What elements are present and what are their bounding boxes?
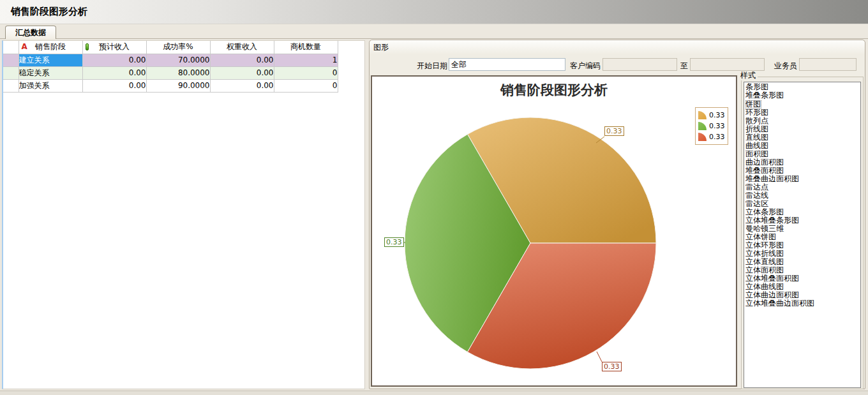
page-title: 销售阶段图形分析 [11, 6, 87, 18]
to-label: 至 [674, 61, 688, 71]
graph-panel: 图形 开始日期 客户编码 至 业务员 销售阶段图形分析 0.33 0.33 0.… [369, 40, 865, 389]
legend-swatch-icon [698, 111, 707, 119]
table-row[interactable]: 加强关系 0.00 90.0000 0.00 0 [3, 79, 338, 92]
legend-entry: 0.33 [698, 110, 725, 121]
list-item[interactable]: 立体堆叠曲边面积图 [745, 299, 860, 308]
cell-stage[interactable]: 稳定关系 [19, 66, 82, 79]
salesperson-label: 业务员 [770, 61, 797, 71]
table-header-row: A 销售阶段 预计收入 成功率% 权重收入 商机数量 [3, 41, 338, 54]
legend-entry: 0.33 [698, 121, 725, 131]
green-bar-icon [86, 43, 89, 50]
style-group-label: 样式 [738, 71, 758, 80]
summary-grid-panel: A 销售阶段 预计收入 成功率% 权重收入 商机数量 [2, 40, 365, 389]
legend-label: 0.33 [709, 133, 725, 141]
cell-success-rate[interactable]: 80.0000 [146, 66, 210, 79]
cell-weighted-income[interactable]: 0.00 [210, 66, 274, 79]
customer-code-input[interactable] [602, 58, 677, 71]
row-selector-header [3, 41, 19, 54]
customer-code-label: 客户编码 [564, 61, 601, 71]
cell-weighted-income[interactable]: 0.00 [210, 79, 274, 92]
tab-strip: 汇总数据 [0, 24, 868, 39]
row-selector-cell[interactable] [3, 66, 19, 79]
cell-opportunity-count[interactable]: 0 [274, 79, 338, 92]
cell-expected-income[interactable]: 0.00 [82, 66, 146, 79]
column-header-opportunity-count[interactable]: 商机数量 [274, 41, 338, 54]
style-list: 条形图堆叠条形图饼图环形图散列点折线图直线图曲线图面积图曲边面积图堆叠面积图堆叠… [744, 82, 861, 388]
column-header-weighted-income[interactable]: 权重收入 [210, 41, 274, 54]
red-a-icon: A [22, 43, 27, 51]
list-item[interactable]: 堆叠条形图 [745, 91, 860, 100]
page-title-bar: 销售阶段图形分析 [0, 0, 868, 24]
chart-legend: 0.33 0.33 0.33 [695, 107, 728, 145]
cell-stage[interactable]: 加强关系 [19, 79, 82, 92]
callout-leader-line [597, 352, 602, 362]
salesperson-input[interactable] [799, 58, 857, 71]
legend-swatch-icon [698, 133, 707, 141]
start-date-input[interactable] [449, 58, 565, 71]
column-header-stage[interactable]: A 销售阶段 [19, 41, 82, 54]
legend-label: 0.33 [709, 122, 725, 130]
legend-entry: 0.33 [698, 131, 725, 142]
table-row[interactable]: 建立关系 0.00 70.0000 0.00 1 [3, 54, 338, 66]
graph-panel-title: 图形 [373, 43, 389, 52]
legend-swatch-icon [698, 122, 707, 130]
customer-code-to-input[interactable] [690, 58, 765, 71]
chart-title: 销售阶段图形分析 [372, 81, 736, 99]
pie-chart [372, 77, 736, 385]
tab-summary-data[interactable]: 汇总数据 [5, 26, 56, 39]
column-header-expected-income[interactable]: 预计收入 [82, 41, 146, 54]
cell-stage[interactable]: 建立关系 [19, 54, 82, 66]
cell-expected-income[interactable]: 0.00 [82, 79, 146, 92]
pie-chart-area: 销售阶段图形分析 0.33 0.33 0.33 0.33 0.33 0.33 [371, 75, 737, 387]
cell-expected-income[interactable]: 0.00 [82, 54, 146, 66]
cell-opportunity-count[interactable]: 1 [274, 54, 338, 66]
sales-stage-table: A 销售阶段 预计收入 成功率% 权重收入 商机数量 [3, 41, 338, 93]
tab-label: 汇总数据 [15, 27, 46, 38]
cell-success-rate[interactable]: 70.0000 [146, 54, 210, 66]
cell-success-rate[interactable]: 90.0000 [146, 79, 210, 92]
row-selector-cell[interactable] [3, 79, 19, 92]
pie-slice-label: 0.33 [384, 237, 404, 247]
start-date-label: 开始日期 [395, 61, 447, 71]
app-window: 销售阶段图形分析 汇总数据 A 销售阶段 预计收入 成功率% [0, 0, 868, 395]
legend-label: 0.33 [709, 111, 725, 119]
status-bar [0, 391, 868, 395]
graph-panel-header: 图形 [370, 40, 865, 54]
pie-slice-label: 0.33 [602, 362, 622, 371]
row-selector-cell[interactable] [3, 54, 19, 66]
cell-opportunity-count[interactable]: 0 [274, 66, 338, 79]
cell-weighted-income[interactable]: 0.00 [210, 54, 274, 66]
column-header-success-rate[interactable]: 成功率% [146, 41, 210, 54]
pie-slice-label: 0.33 [604, 126, 624, 136]
table-row[interactable]: 稳定关系 0.00 80.0000 0.00 0 [3, 66, 338, 79]
